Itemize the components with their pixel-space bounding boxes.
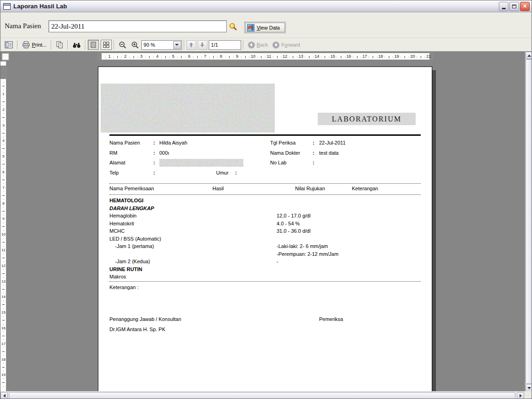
ruler-number: 6	[188, 54, 190, 59]
toolbar-separator	[17, 40, 18, 49]
ruler-number: 16	[346, 54, 351, 59]
scroll-right-button[interactable]	[517, 392, 524, 399]
patient-row: Nama Pasien:Hilda Aisyah Tgl Periksa:22-…	[98, 140, 432, 147]
minimize-button[interactable]	[499, 2, 508, 11]
column-header: Nilai Rujukan	[295, 186, 325, 191]
patient-name-input[interactable]	[48, 20, 227, 32]
ruler-number: 1	[108, 54, 110, 59]
ruler-number: 19	[0, 373, 6, 377]
zoom-out-button[interactable]	[116, 39, 129, 50]
toolbar-separator	[67, 40, 68, 49]
print-button[interactable]: Print...	[20, 39, 49, 50]
ruler-number: 3	[0, 123, 6, 127]
ruler-number: 6	[0, 170, 6, 174]
ruler-number: 12	[283, 54, 287, 59]
rm-value: 000ı	[159, 150, 169, 156]
close-icon: ✕	[523, 3, 527, 9]
ruler-corner-box	[2, 53, 9, 60]
keterangan-label: Keterangan :	[109, 284, 139, 290]
patient-row: Telp: Umur:	[98, 170, 432, 177]
v-ruler: 12345678910111213141516171819	[0, 61, 6, 391]
view-data-button[interactable]: View Data	[245, 23, 285, 32]
vertical-scrollbar[interactable]	[525, 52, 532, 392]
ruler-number: 14	[314, 54, 319, 59]
view-data-icon	[247, 24, 254, 31]
ruler-number: 8	[220, 54, 222, 59]
signature-right-label: Pemeriksa	[319, 316, 343, 322]
close-button[interactable]: ✕	[520, 2, 530, 11]
search-button[interactable]	[228, 22, 237, 31]
separator-dotted	[109, 194, 421, 195]
chevron-down-icon	[175, 44, 179, 46]
patient-row: RM:000ı Nama Dokter:test data	[98, 150, 432, 157]
report-page: LABORATORIUM Nama Pasien:Hilda Aisyah Tg…	[98, 66, 432, 392]
ruler-number: 21	[426, 54, 431, 59]
ruler-margin-cap	[0, 66, 6, 79]
zoom-in-button[interactable]	[129, 39, 141, 50]
ruler-number: 12	[0, 263, 6, 267]
multi-page-icon	[103, 42, 109, 48]
forward-button[interactable]: Forward	[270, 39, 302, 50]
column-header: Keterangan	[352, 186, 378, 191]
form-bar: Nama Pasien View Data	[0, 12, 532, 38]
separator-dotted	[109, 281, 421, 282]
zoom-level-select[interactable]: 90 %	[141, 40, 182, 50]
report-row: MCHC31.0 - 36.0 d/dl	[98, 228, 432, 236]
ruler-number: 13	[0, 279, 6, 283]
copy-button[interactable]	[54, 39, 66, 50]
ruler-number: 4	[0, 139, 6, 143]
arrow-left-icon	[3, 394, 6, 398]
header-rule	[109, 134, 421, 136]
back-button[interactable]: Back	[246, 39, 270, 50]
redacted-letterhead-image	[101, 84, 275, 133]
scrollbar-corner	[524, 391, 532, 399]
ruler-number: 1	[0, 92, 6, 96]
back-icon	[248, 42, 255, 48]
zoom-dropdown-button[interactable]	[173, 41, 181, 49]
signature-left-label: Penanggung Jawab / Konsultan	[109, 316, 181, 322]
zoom-level-value: 90 %	[144, 42, 155, 48]
ruler-margin-cap	[98, 53, 102, 60]
horizontal-scrollbar[interactable]	[0, 391, 524, 399]
toolbar-separator	[114, 40, 115, 49]
ruler-number: 18	[0, 357, 6, 361]
ruler-number: 16	[0, 326, 6, 330]
arrow-up-icon	[527, 54, 531, 57]
view-data-label: View Data	[257, 25, 280, 30]
report-row: Hematokrit4.0 - 54 %	[98, 221, 432, 228]
page-number-field[interactable]	[209, 40, 241, 50]
report-row: Makros	[98, 274, 432, 281]
arrow-down-icon	[527, 387, 531, 389]
single-page-view-button[interactable]	[88, 40, 99, 50]
ruler-number: 13	[299, 54, 303, 59]
doctor-signature-name: Dr.IGM Antara H. Sp. PK	[109, 326, 165, 332]
scroll-down-button[interactable]	[526, 384, 532, 392]
multi-page-view-button[interactable]	[101, 40, 112, 50]
report-row: -Jam 2 (Kedua)-	[98, 259, 432, 266]
zoom-out-icon	[119, 41, 127, 49]
vertical-scroll-thumb[interactable]	[526, 59, 532, 384]
ruler-number: 2	[0, 107, 6, 111]
title-bar: Laporan Hasil Lab ✕	[0, 0, 532, 12]
single-page-icon	[91, 42, 96, 48]
ruler-number: 9	[0, 217, 6, 221]
ruler-number: 18	[378, 54, 383, 59]
page-down-icon	[200, 42, 205, 48]
ruler-number: 11	[0, 248, 6, 252]
ruler-number: 4	[156, 54, 158, 59]
find-button[interactable]	[70, 39, 83, 50]
ruler-number: 7	[0, 185, 6, 189]
previous-page-button[interactable]	[187, 40, 196, 50]
scroll-left-button[interactable]	[0, 392, 8, 399]
group-tree-toggle-button[interactable]	[2, 39, 15, 50]
next-page-button[interactable]	[198, 40, 207, 50]
horizontal-scroll-thumb[interactable]	[9, 392, 515, 399]
restore-button[interactable]	[509, 2, 519, 11]
ruler-number: 15	[0, 310, 6, 314]
window-form-icon	[3, 3, 11, 10]
laboratorium-title: LABORATORIUM	[318, 113, 416, 125]
report-row: -Jam 1 (pertama)-Laki-laki: 2- 6 mm/jam	[98, 243, 432, 251]
forward-label: Forward	[281, 42, 300, 48]
scroll-up-button[interactable]	[526, 52, 532, 59]
restore-icon	[512, 5, 516, 8]
